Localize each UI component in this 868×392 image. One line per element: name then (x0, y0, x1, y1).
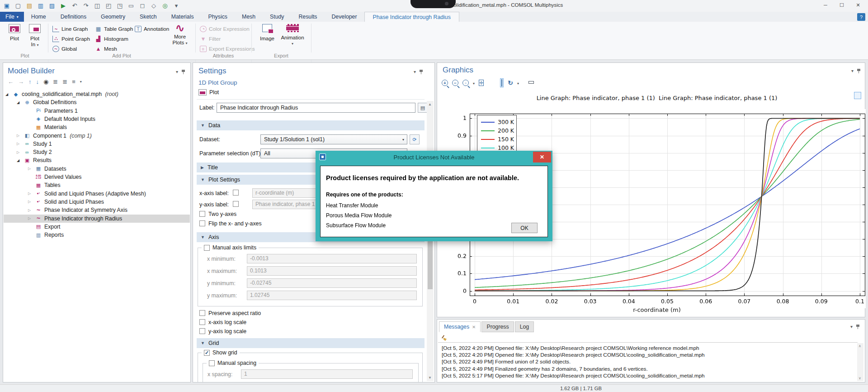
show-grid-checkbox[interactable] (204, 350, 210, 356)
section-grid[interactable]: ▼Grid (197, 338, 425, 348)
find-icon[interactable]: ◎ (161, 1, 169, 10)
section-data[interactable]: ▼Data (197, 120, 425, 130)
duplicate-icon[interactable]: ◳ (116, 1, 124, 10)
ribbon-tab-definitions[interactable]: Definitions (53, 12, 94, 22)
qat-menu-caret-icon[interactable]: ▾ (172, 1, 180, 10)
tree-item-results[interactable]: ◢▣Results (4, 156, 190, 164)
run-icon[interactable]: ▶ (59, 1, 67, 10)
zoom-box-icon[interactable]: ▫ (462, 80, 469, 86)
label-edit-button[interactable]: ▤ (418, 103, 428, 113)
x-log-scale-checkbox[interactable] (199, 319, 205, 325)
minimize-button[interactable]: ─ (817, 0, 834, 10)
settings-plot-button[interactable]: Plot (198, 89, 219, 96)
ribbon-tab-sketch[interactable]: Sketch (132, 12, 164, 22)
show-icon[interactable]: ◉ (43, 78, 48, 85)
close-tab-icon[interactable]: ✕ (472, 325, 476, 330)
maximize-button[interactable]: ☐ (834, 0, 850, 10)
graphics-secondary-icon[interactable] (854, 92, 861, 99)
expand-arrow-icon[interactable]: ▷ (28, 200, 31, 204)
dialog-title-bar[interactable]: Product Licenses Not Available (316, 151, 552, 163)
ribbon-tab-physics[interactable]: Physics (201, 12, 235, 22)
ribbon-tab-geometry[interactable]: Geometry (94, 12, 132, 22)
preserve-aspect-ratio-checkbox[interactable] (199, 310, 205, 316)
x-spacing-input[interactable]: 1 (241, 369, 413, 379)
image-panel-icon[interactable] (500, 80, 504, 86)
clear-selection-icon[interactable]: ◇ (150, 1, 158, 10)
tree-item-export[interactable]: ▤Export (4, 223, 190, 231)
zoom-menu-caret-icon[interactable]: ▾ (473, 80, 475, 86)
expand-arrow-icon[interactable]: ▷ (28, 208, 31, 212)
tree-item-solid-and-liquid-phases-adaptive-mesh-[interactable]: ▷▪*Solid and Liquid Phases (Adaptive Mes… (4, 190, 190, 198)
delete-icon[interactable]: ▭ (127, 1, 135, 10)
pin-icon[interactable] (182, 70, 185, 74)
two-y-axes-checkbox[interactable] (199, 211, 205, 217)
expand-arrow-icon[interactable]: ▷ (28, 191, 31, 196)
manual-axis-limits-checkbox[interactable] (204, 245, 210, 251)
label-input[interactable]: Phase Indicator through Radius (217, 103, 415, 113)
tree-item-phase-indicator-through-radius[interactable]: ▷~Phase Indicator through Radius (4, 215, 190, 223)
dataset-select[interactable]: Study 1/Solution 1 (sol1)▾ (260, 134, 407, 144)
collapse-arrow-icon[interactable]: ◢ (17, 158, 19, 163)
tree-item-derived-values[interactable]: 8.85e-12Derived Values (4, 173, 190, 181)
global-button[interactable]: ~Global (52, 44, 77, 53)
select-box-icon[interactable]: ◻ (138, 1, 146, 10)
tab-log[interactable]: Log (515, 321, 534, 332)
animation-button[interactable]: Animation ▾ (280, 24, 305, 47)
y-axis-label-checkbox[interactable] (233, 201, 239, 207)
more-plots-button[interactable]: ∿ More Plots ▾ (168, 24, 192, 46)
ribbon-tab-file[interactable]: File▾ (0, 12, 24, 22)
menu-caret-icon[interactable]: ▾ (851, 68, 854, 73)
y-log-scale-checkbox[interactable] (199, 328, 205, 334)
open-file-icon[interactable]: ▤ (25, 1, 33, 10)
zoom-in-icon[interactable]: + (442, 80, 448, 86)
pin-icon[interactable] (420, 70, 423, 74)
tree-item-datasets[interactable]: ▷▦Datasets (4, 165, 190, 173)
expand-arrow-icon[interactable]: ▷ (17, 134, 19, 138)
collapse-arrow-icon[interactable]: ◢ (5, 92, 8, 96)
app-logo-icon[interactable]: ▣ (3, 1, 11, 10)
paste-icon[interactable]: ◰ (104, 1, 113, 10)
plot-in-button[interactable]: Plot In ▾ (25, 24, 44, 48)
tree-item-study-1[interactable]: ▷∞Study 1 (4, 140, 190, 148)
copy-icon[interactable]: ◫ (93, 1, 101, 10)
ribbon-tab-phase-indicator-through-radius[interactable]: Phase Indicator through Radius (364, 12, 459, 22)
nav-back-icon[interactable]: ← (8, 78, 14, 85)
tree-item-phase-indicator-at-symmetry-axis[interactable]: ▷~Phase Indicator at Symmetry Axis (4, 206, 190, 214)
pin-ic6on[interactable] (856, 325, 859, 329)
line-graph-button[interactable]: ~Line Graph (52, 24, 88, 33)
annotation-button[interactable]: TAnnotation (135, 24, 169, 33)
plot-button[interactable]: Plot (5, 24, 24, 42)
close-button[interactable]: ✕ (850, 0, 866, 10)
mesh-button[interactable]: ▲Mesh (95, 44, 117, 53)
expand-arrow-icon[interactable]: ▷ (28, 167, 31, 171)
save-as-icon[interactable]: ▨ (48, 1, 56, 10)
undo-icon[interactable]: ↶ (71, 1, 79, 10)
tree-item-default-model-inputs[interactable]: ◈Default Model Inputs (4, 115, 190, 123)
point-graph-button[interactable]: ∴Point Graph (52, 34, 90, 43)
help-icon[interactable]: ? (857, 13, 865, 21)
save-icon[interactable]: ▥ (37, 1, 45, 10)
y-minimum-input[interactable]: -0.02745 (247, 278, 417, 288)
menu-caret-icon[interactable]: ▾ (850, 324, 853, 329)
tab-progress[interactable]: Progress (481, 321, 514, 332)
ribbon-tab-mesh[interactable]: Mesh (235, 12, 263, 22)
tree-item-global-definitions[interactable]: ◢⊕Global Definitions (4, 98, 190, 106)
tree-item-parameters-1[interactable]: PiParameters 1 (4, 107, 190, 115)
x-axis-label-checkbox[interactable] (233, 190, 239, 196)
flip-axes-checkbox[interactable] (199, 220, 205, 226)
x-maximum-input[interactable]: 0.1013 (247, 266, 417, 276)
tree-item-study-2[interactable]: ▷∞Study 2 (4, 148, 190, 156)
dialog-close-button[interactable]: ✕ (533, 152, 551, 163)
nav-forward-icon[interactable]: → (18, 78, 24, 85)
tree-item-tables[interactable]: ▦Tables (4, 181, 190, 189)
dataset-new-button[interactable]: ⟳ (410, 134, 420, 144)
collapse-all-icon[interactable]: ≣ (53, 78, 58, 85)
manual-spacing-checkbox[interactable] (209, 360, 215, 366)
x-minimum-input[interactable]: -0.0013 (247, 254, 417, 263)
tree-item-reports[interactable]: ▥Reports (4, 231, 190, 239)
table-graph-button[interactable]: ▦Table Graph (95, 24, 133, 33)
tree-item-component-1[interactable]: ▷◧Component 1 (comp 1) (4, 132, 190, 140)
tab-messages[interactable]: Messages✕ (439, 321, 481, 332)
messages-scrollbar[interactable]: ∧ ∨ (857, 343, 863, 381)
ribbon-tab-results[interactable]: Results (291, 12, 324, 22)
